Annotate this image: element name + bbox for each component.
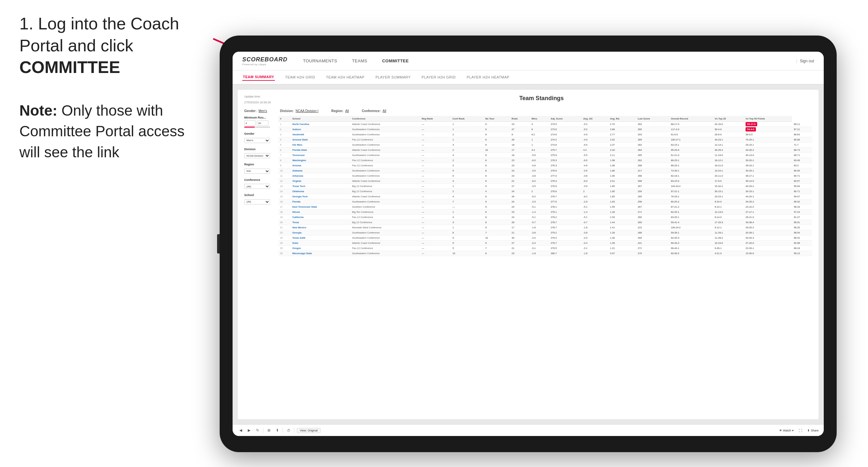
table-cell: 1 [530, 137, 549, 143]
table-cell[interactable]: Duke [291, 241, 350, 246]
table-cell[interactable]: Alabama [291, 168, 350, 174]
table-row[interactable]: 5Ole MissSoutheastern Conference—3618127… [278, 143, 812, 148]
nav-committee[interactable]: COMMITTEE [379, 57, 411, 65]
table-cell[interactable]: Virginia [291, 179, 350, 184]
sub-nav-player-h2h-grid[interactable]: PLAYER H2H GRID [421, 74, 457, 81]
table-cell: 63-17-0 [744, 122, 792, 127]
division-select[interactable]: NCAA Division I [244, 153, 270, 158]
table-cell[interactable]: Illinois [291, 210, 350, 215]
school-select[interactable]: (All) [244, 199, 270, 205]
table-row[interactable]: 23Texas A&MSoutheastern Conference—91030… [278, 236, 812, 241]
table-cell[interactable]: Washington [291, 158, 350, 163]
table-cell[interactable]: Vanderbilt [291, 132, 350, 137]
table-cell: 10 [484, 148, 510, 153]
table-cell[interactable]: Arkansas [291, 174, 350, 179]
table-row[interactable]: 3VanderbiltSoutheastern Conference—2886.… [278, 132, 812, 137]
table-cell: 22 [278, 230, 291, 236]
toolbar-expand-icon[interactable]: ⛶ [798, 428, 803, 433]
table-row[interactable]: 17East Tennessee StateSouthern Conferenc… [278, 205, 812, 210]
conference-value[interactable]: All [382, 109, 386, 113]
table-cell: -3.8 [582, 174, 608, 179]
table-row[interactable]: 9ArizonaPac-12 Conference—3823-4.6276.3-… [278, 163, 812, 168]
conference-select[interactable]: (All) [244, 184, 270, 189]
table-row[interactable]: 12VirginiaAtlantic Coast Conference—3821… [278, 179, 812, 184]
table-cell[interactable]: Georgia [291, 230, 350, 236]
table-row[interactable]: 20TexasBig 12 Conference—3828-0.7278.7-0… [278, 220, 812, 225]
table-cell[interactable]: Oklahoma [291, 189, 350, 194]
sub-nav-team-h2h-grid[interactable]: TEAM H2H GRID [285, 74, 316, 81]
table-row[interactable]: 21New MexicoMountain West Conference—191… [278, 225, 812, 230]
table-cell[interactable]: Auburn [291, 127, 350, 132]
toolbar-forward-icon[interactable]: ▶ [246, 428, 252, 433]
table-cell[interactable]: Mississippi State [291, 251, 350, 256]
table-row[interactable]: 22GeorgiaSoutheastern Conference—8721-3.… [278, 230, 812, 236]
toolbar-share-icon[interactable]: ⬆ [274, 428, 280, 433]
table-cell[interactable]: New Mexico [291, 225, 350, 230]
table-row[interactable]: 14OklahomaBig 12 Conference—24242276.621… [278, 189, 812, 194]
sub-nav-player-h2h-heatmap[interactable]: PLAYER H2H HEATMAP [466, 74, 510, 81]
watch-button[interactable]: 👁 Watch ▾ [779, 429, 794, 432]
table-cell: 80-25-2 [669, 199, 713, 205]
sign-out-link[interactable]: Sign out [800, 59, 814, 63]
table-row[interactable]: 1North CarolinaAtlantic Coast Conference… [278, 122, 812, 127]
main-content: Update time: 27/03/2024 16:56:26 Team St… [232, 85, 824, 424]
nav-tournaments[interactable]: TOURNAMENTS [301, 57, 340, 65]
nav-teams[interactable]: TEAMS [349, 57, 370, 65]
table-cell: 95-29-0 [669, 148, 713, 153]
table-cell: 12-14-1 [713, 143, 744, 148]
gender-value[interactable]: Men's [258, 109, 267, 113]
table-row[interactable]: 19CaliforniaPac-12 Conference—4824-5.127… [278, 215, 812, 220]
table-cell[interactable]: North Carolina [291, 122, 350, 127]
table-cell[interactable]: Tennessee [291, 153, 350, 158]
table-row[interactable]: 15Georgia TechAtlantic Coast Conference—… [278, 194, 812, 199]
share-button[interactable]: ⬆ Share [807, 429, 818, 432]
table-cell[interactable]: Texas [291, 220, 350, 225]
table-row[interactable]: 7TennesseeSoutheastern Conference—4618-5… [278, 153, 812, 158]
table-row[interactable]: 13Texas TechBig 12 Conference—1927-3.527… [278, 184, 812, 189]
table-cell[interactable]: Texas A&M [291, 236, 350, 241]
table-cell: 3 [451, 143, 484, 148]
toolbar-reload-icon[interactable]: ↻ [254, 428, 260, 433]
table-row[interactable]: 25OregonPac-12 Conference—5721-3.1279.5-… [278, 246, 812, 251]
table-row[interactable]: 8WashingtonPac-12 Conference—2823-6.0276… [278, 158, 812, 163]
logo-area: SCOREBOARD Powered by clippd [242, 56, 287, 66]
table-cell[interactable]: East Tennessee State [291, 205, 350, 210]
region-select[interactable]: N/A [244, 168, 270, 174]
toolbar-copy-icon[interactable]: ⊞ [266, 428, 272, 433]
table-cell: 23 [278, 236, 291, 241]
sub-nav-team-summary[interactable]: TEAM SUMMARY [242, 74, 275, 81]
region-value[interactable]: All [345, 109, 349, 113]
toolbar-clock-icon[interactable]: ⏱ [285, 428, 291, 433]
table-row[interactable]: 6Florida StateAtlantic Coast Conference—… [278, 148, 812, 153]
table-row[interactable]: 24DukeAtlantic Coast Conference—5927-0.4… [278, 241, 812, 246]
table-cell[interactable]: Georgia Tech [291, 194, 350, 199]
table-row[interactable]: 4Arizona StatePac-12 Conference—18261274… [278, 137, 812, 143]
table-cell[interactable]: California [291, 215, 350, 220]
table-row[interactable]: 18IllinoisBig Ten Conference—1823-1.4279… [278, 210, 812, 215]
watch-label: Watch [783, 429, 791, 432]
sub-nav-team-h2h-heatmap[interactable]: TEAM H2H HEATMAP [325, 74, 365, 81]
division-value[interactable]: NCAA Division I [296, 109, 318, 113]
table-cell[interactable]: Arizona [291, 163, 350, 168]
table-row[interactable]: 11ArkansasSoutheastern Conference—6823-3… [278, 174, 812, 179]
table-cell: -6.0 [530, 179, 549, 184]
table-row[interactable]: 26Mississippi StateSoutheastern Conferen… [278, 251, 812, 256]
table-cell[interactable]: Florida State [291, 148, 350, 153]
share-label: Share [811, 429, 818, 432]
min-rounds-min-input[interactable] [244, 121, 256, 126]
gender-select[interactable]: Men's [244, 138, 270, 143]
table-cell[interactable]: Arizona State [291, 137, 350, 143]
view-original-button[interactable]: View: Original [297, 428, 320, 433]
table-cell[interactable]: Texas Tech [291, 184, 350, 189]
min-rounds-max-input[interactable] [257, 121, 269, 126]
sub-nav-player-summary[interactable]: PLAYER SUMMARY [375, 74, 411, 81]
table-row[interactable]: 2AuburnSoutheastern Conference—19276273.… [278, 127, 812, 132]
table-cell[interactable]: Florida [291, 199, 350, 205]
table-row[interactable]: 10AlabamaSoutheastern Conference—5823-3.… [278, 168, 812, 174]
table-cell[interactable]: Ole Miss [291, 143, 350, 148]
toolbar-back-icon[interactable]: ◀ [238, 428, 244, 433]
min-rounds-slider[interactable] [244, 127, 270, 128]
table-row[interactable]: 16FloridaSoutheastern Conference—7924-2.… [278, 199, 812, 205]
table-cell[interactable]: Oregon [291, 246, 350, 251]
table-cell: 9-24-0 [713, 199, 744, 205]
